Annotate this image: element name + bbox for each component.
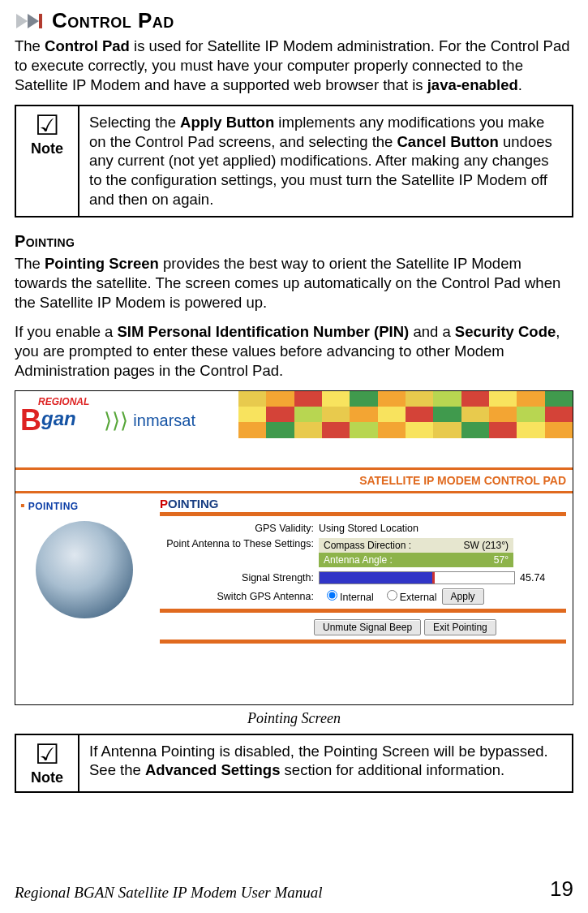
figure-caption: Pointing Screen [15,710,573,727]
signal-strength-row: Signal Strength: 45.74 [160,571,566,584]
label: Switch GPS Antenna: [160,591,314,602]
checkbox-icon: ☑ [19,111,75,139]
label: Point Antenna to These Settings: [160,538,314,549]
logo-regional-text: REGIONAL [38,396,89,407]
section-heading-row: Control Pad [15,8,573,33]
text-bold: Security Code [455,323,556,340]
subsection-title: Pointing [15,232,573,251]
heading-first-letter: P [160,497,168,510]
signal-bar-marker [432,572,435,584]
label: Signal Strength: [160,572,314,584]
svg-marker-0 [16,14,28,28]
radio-internal-input[interactable] [327,590,337,601]
signal-bar-fill [320,572,432,584]
compass-pill: Compass Direction : SW (213°) [319,538,513,553]
title-bar: SATELLITE IP MODEM CONTROL PAD [15,467,573,493]
logo-row: REGIONAL Bgan ⟩⟩⟩ inmarsat [20,396,195,433]
pointing-paragraph-1: The Pointing Screen provides the best wa… [15,254,573,312]
text-bold: Cancel Button [397,133,499,150]
main-panel: POINTING GPS Validity: Using Stored Loca… [153,493,573,704]
banner: REGIONAL Bgan ⟩⟩⟩ inmarsat [15,391,573,467]
radio-label: External [400,592,437,603]
exit-pointing-button[interactable]: Exit Pointing [424,619,496,635]
manual-page: Control Pad The Control Pad is used for … [0,0,588,913]
divider [160,640,566,644]
key: Antenna Angle : [324,554,393,566]
value: 57° [494,554,509,566]
pointing-screenshot: REGIONAL Bgan ⟩⟩⟩ inmarsat SATELLITE IP … [15,390,573,705]
text: and a [409,323,455,340]
globe-image [36,521,133,618]
note-label: Note [19,140,75,157]
value: Using Stored Location [319,523,418,534]
note-text: If Antenna Pointing is disabled, the Poi… [79,735,572,791]
label: GPS Validity: [160,523,314,534]
bullet-icon: ▪ [20,498,25,512]
note-box-2: ☑ Note If Antenna Pointing is disabled, … [15,734,573,793]
note-icon-cell: ☑ Note [16,106,79,215]
inmarsat-logo: ⟩⟩⟩ inmarsat [104,408,195,433]
logo-gan: gan [41,407,76,429]
mosaic-decor [238,391,573,438]
text: The [15,255,45,272]
screenshot-body: ▪POINTING POINTING GPS Validity: Using S… [15,493,573,704]
signal-bar [319,571,515,584]
intro-paragraph: The Control Pad is used for Satellite IP… [15,37,573,95]
angle-pill: Antenna Angle : 57° [319,553,513,567]
sidebar-item-label: POINTING [28,501,79,512]
text-bold: Apply Button [180,114,274,131]
radio-external-input[interactable] [387,590,397,601]
fast-forward-icon [15,12,44,30]
heading-rest: OINTING [168,497,219,510]
sidebar: ▪POINTING [15,493,153,704]
bgan-logo: REGIONAL Bgan [20,396,89,433]
text: The [15,37,45,54]
note-label: Note [19,769,75,786]
note-box: ☑ Note Selecting the Apply Button implem… [15,105,573,217]
svg-marker-1 [28,14,39,28]
text-bold: SIM Personal Identification Number (PIN) [118,323,410,340]
panel-heading: POINTING [160,497,566,510]
svg-rect-2 [39,14,42,28]
switch-antenna-row: Switch GPS Antenna: Internal External Ap… [160,588,566,605]
apply-button[interactable]: Apply [442,588,484,605]
radio-external[interactable]: External [379,590,437,603]
unmute-button[interactable]: Unmute Signal Beep [314,619,421,635]
checkbox-icon: ☑ [19,740,75,768]
title-bar-text: SATELLITE IP MODEM CONTROL PAD [359,474,566,487]
text: . [518,76,522,93]
page-footer: Regional BGAN Satellite IP Modem User Ma… [15,876,573,902]
radio-label: Internal [340,592,374,603]
note-text: Selecting the Apply Button implements an… [79,106,572,215]
note-icon-cell: ☑ Note [16,735,79,791]
text-bold: Control Pad [45,37,130,54]
key: Compass Direction : [324,540,411,551]
text: Selecting the [89,114,180,131]
text-bold: Advanced Settings [145,761,281,778]
divider [160,609,566,613]
radio-internal[interactable]: Internal [319,590,374,603]
swoosh-icon: ⟩⟩⟩ [104,408,128,433]
text: If you enable a [15,323,118,340]
gps-validity-row: GPS Validity: Using Stored Location [160,523,566,534]
page-number: 19 [550,876,573,902]
logo-b: B [20,409,41,433]
value: SW (213°) [464,540,509,551]
text-bold: java-enabled [427,76,518,93]
signal-value: 45.74 [520,572,554,584]
point-antenna-row: Point Antenna to These Settings: Compass… [160,538,566,567]
pointing-paragraph-2: If you enable a SIM Personal Identificat… [15,322,573,381]
divider [160,512,566,516]
footer-title: Regional BGAN Satellite IP Modem User Ma… [15,884,323,902]
section-title: Control Pad [52,8,174,33]
text: section for additional information. [280,761,504,778]
inmarsat-text: inmarsat [133,411,195,430]
text-bold: Pointing Screen [45,255,159,272]
sidebar-item-pointing[interactable]: ▪POINTING [20,498,148,513]
bottom-button-row: Unmute Signal Beep Exit Pointing [160,619,566,635]
